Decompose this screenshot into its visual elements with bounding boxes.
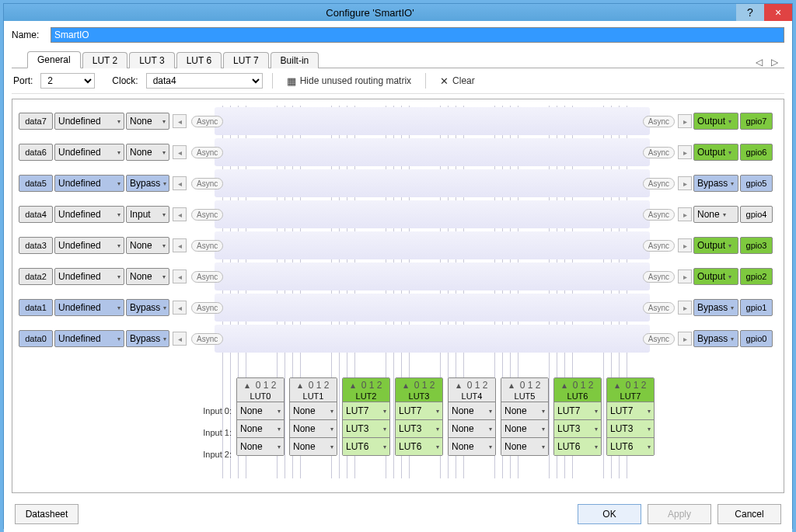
lut-input-labels: Input 0: Input 1: Input 2: xyxy=(191,402,232,463)
lut-input1-select[interactable]: None▾ xyxy=(237,420,284,437)
async-badge[interactable]: Async xyxy=(191,333,223,345)
lut-input0-select[interactable]: None▾ xyxy=(237,402,284,419)
data-conn-select[interactable]: Bypass▾ xyxy=(126,330,169,347)
async-badge[interactable]: Async xyxy=(643,240,675,252)
lut-input0-select[interactable]: LUT7▾ xyxy=(607,402,654,419)
arrow-left-icon: ◂ xyxy=(173,114,187,128)
gpio-mode-select[interactable]: Output▾ xyxy=(693,237,738,254)
lut-input1-select[interactable]: LUT3▾ xyxy=(343,420,389,437)
arrow-right-icon: ▸ xyxy=(678,269,692,283)
gpio-mode-select[interactable]: Output▾ xyxy=(693,268,738,285)
lut-input1-select[interactable]: LUT3▾ xyxy=(607,420,654,437)
data-mode-select[interactable]: Undefined▾ xyxy=(54,113,124,130)
async-badge[interactable]: Async xyxy=(191,209,223,221)
lut-input0-select[interactable]: None▾ xyxy=(449,402,495,419)
data-mode-select[interactable]: Undefined▾ xyxy=(54,330,124,347)
data-conn-select[interactable]: None▾ xyxy=(126,144,169,161)
lut-input1-select[interactable]: LUT3▾ xyxy=(554,420,601,437)
async-badge[interactable]: Async xyxy=(191,302,223,314)
lut-name: LUT1 xyxy=(303,391,324,401)
data-conn-select[interactable]: Bypass▾ xyxy=(126,299,169,316)
async-badge[interactable]: Async xyxy=(643,209,675,221)
data-mode-select[interactable]: Undefined▾ xyxy=(54,299,124,316)
lut-header: ▴0 1 2LUT4 xyxy=(449,378,495,402)
window-title: Configure 'SmartIO' xyxy=(4,7,736,19)
ok-button[interactable]: OK xyxy=(578,504,641,524)
gpio-mode-select[interactable]: Output▾ xyxy=(693,144,738,161)
gpio-mode-select[interactable]: Bypass▾ xyxy=(693,299,738,316)
async-badge[interactable]: Async xyxy=(643,271,675,283)
tab-general[interactable]: General xyxy=(27,51,81,68)
clear-button[interactable]: ✕ Clear xyxy=(435,74,480,89)
data-label: data3 xyxy=(19,237,53,254)
gpio-mode-select[interactable]: Output▾ xyxy=(693,113,738,130)
async-badge[interactable]: Async xyxy=(191,147,223,158)
lut-input1-select[interactable]: LUT3▾ xyxy=(396,420,442,437)
lut-input2-select[interactable]: None▾ xyxy=(449,438,495,455)
async-badge[interactable]: Async xyxy=(643,147,675,158)
async-badge[interactable]: Async xyxy=(191,271,223,283)
tab-lut6[interactable]: LUT 6 xyxy=(176,52,222,68)
routing-canvas: data7Undefined▾None▾◂Asyncdata6Undefined… xyxy=(12,99,784,493)
async-badge[interactable]: Async xyxy=(191,178,223,190)
datasheet-button[interactable]: Datasheet xyxy=(15,504,79,524)
data-mode-select[interactable]: Undefined▾ xyxy=(54,268,124,285)
lut-input1-select[interactable]: None▾ xyxy=(290,420,337,437)
lut-input2-select[interactable]: LUT6▾ xyxy=(607,438,654,455)
data-label: data2 xyxy=(19,268,53,285)
close-button[interactable]: × xyxy=(764,4,792,21)
data-mode-select[interactable]: Undefined▾ xyxy=(54,237,124,254)
async-badge[interactable]: Async xyxy=(191,240,223,252)
lut-input1-select[interactable]: None▾ xyxy=(449,420,495,437)
gpio-row-gpio7: Async▸Output▾gpio7 xyxy=(640,106,773,137)
data-mode-select[interactable]: Undefined▾ xyxy=(54,175,124,192)
tabs-prev-icon[interactable]: ◁ xyxy=(752,57,766,68)
help-button[interactable]: ? xyxy=(736,4,764,21)
data-conn-select[interactable]: Bypass▾ xyxy=(126,175,169,192)
data-conn-select[interactable]: None▾ xyxy=(126,113,169,130)
async-badge[interactable]: Async xyxy=(643,302,675,314)
lut-input2-select[interactable]: None▾ xyxy=(237,438,284,455)
name-input[interactable] xyxy=(51,27,784,43)
async-badge[interactable]: Async xyxy=(643,333,675,345)
apply-button[interactable]: Apply xyxy=(648,504,711,524)
clock-select[interactable]: data4 xyxy=(146,73,263,89)
lut-area: ▴0 1 2LUT0None▾None▾None▾▴0 1 2LUT1None▾… xyxy=(236,377,655,456)
lut-input0-select[interactable]: None▾ xyxy=(501,402,548,419)
data-conn-select[interactable]: Input▾ xyxy=(126,206,169,223)
gpio-mode-select[interactable]: Bypass▾ xyxy=(693,330,738,347)
tab-lut2[interactable]: LUT 2 xyxy=(82,52,127,68)
cancel-button[interactable]: Cancel xyxy=(717,504,781,524)
tabs-next-icon[interactable]: ▷ xyxy=(768,57,781,68)
lut-input0-select[interactable]: LUT7▾ xyxy=(343,402,389,419)
arrow-left-icon: ◂ xyxy=(173,269,187,283)
data-label: data7 xyxy=(19,113,53,130)
lut-input2-select[interactable]: LUT6▾ xyxy=(343,438,389,455)
lut-input2-select[interactable]: LUT6▾ xyxy=(554,438,601,455)
lut-input2-select[interactable]: None▾ xyxy=(290,438,337,455)
gpio-label: gpio0 xyxy=(740,330,773,347)
lut-input2-select[interactable]: LUT6▾ xyxy=(396,438,442,455)
lut-input0-select[interactable]: LUT7▾ xyxy=(396,402,442,419)
hide-routing-button[interactable]: ▦ Hide unused routing matrix xyxy=(282,74,416,89)
lut-lut6: ▴0 1 2LUT6LUT7▾LUT3▾LUT6▾ xyxy=(553,377,602,456)
tab-lut3[interactable]: LUT 3 xyxy=(129,52,174,68)
async-badge[interactable]: Async xyxy=(191,116,223,127)
data-mode-select[interactable]: Undefined▾ xyxy=(54,206,124,223)
tab-builtin[interactable]: Built-in xyxy=(271,52,319,68)
async-badge[interactable]: Async xyxy=(643,116,675,127)
lut-input2-select[interactable]: None▾ xyxy=(501,438,548,455)
tab-lut7[interactable]: LUT 7 xyxy=(223,52,268,68)
port-select[interactable]: 2 xyxy=(40,73,95,89)
lut-input0-select[interactable]: None▾ xyxy=(290,402,337,419)
arrow-left-icon: ◂ xyxy=(173,238,187,252)
lut-input1-select[interactable]: None▾ xyxy=(501,420,548,437)
data-mode-select[interactable]: Undefined▾ xyxy=(54,144,124,161)
lut-input0-select[interactable]: LUT7▾ xyxy=(554,402,601,419)
data-row-data6: data6Undefined▾None▾◂Async xyxy=(19,137,223,168)
gpio-mode-select[interactable]: Bypass▾ xyxy=(693,175,738,192)
data-conn-select[interactable]: None▾ xyxy=(126,237,169,254)
async-badge[interactable]: Async xyxy=(643,178,675,190)
gpio-mode-select[interactable]: None▾ xyxy=(693,206,738,223)
data-conn-select[interactable]: None▾ xyxy=(126,268,169,285)
